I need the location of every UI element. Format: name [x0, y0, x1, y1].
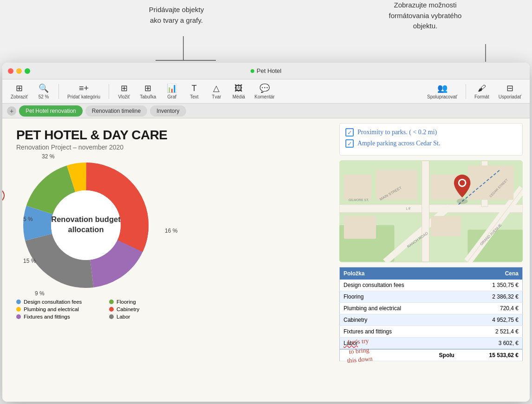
price-flooring: 2 386,32 €: [458, 291, 523, 303]
annotation-left-text: Pridávajte objektyako tvary a grafy.: [130, 5, 223, 26]
shape-icon: △: [213, 83, 220, 93]
titlebar: Pet Hotel: [2, 63, 530, 79]
price-fixtures: 2 521,4 €: [458, 326, 523, 338]
fullscreen-button[interactable]: [25, 68, 30, 74]
add-tab-button[interactable]: +: [7, 106, 16, 116]
annotation-lines-svg: [0, 0, 532, 63]
chart-container: 32 % 5 % 15 % 9 % 16 %: [16, 156, 179, 297]
map-svg: MAIN STREET GILMORE ST. 1 8' GRAND AVENU…: [339, 160, 523, 262]
legend-label-fixtures: Fixtures and fittings: [24, 314, 70, 319]
content-area: PET HOTEL & DAY CARE Renovation Project …: [2, 118, 530, 402]
window-title: Pet Hotel: [251, 67, 281, 74]
item-flooring: Flooring: [340, 291, 458, 303]
text-icon: T: [192, 84, 197, 93]
tabs-bar: + Pet Hotel renovation Renovation timeli…: [2, 104, 530, 118]
organize-button[interactable]: ⊟ Usporiadať: [495, 81, 525, 101]
col-item-header: Položka: [340, 267, 458, 280]
document-panel: PET HOTEL & DAY CARE Renovation Project …: [2, 118, 335, 402]
legend-label-cabinetry: Cabinetry: [117, 306, 139, 312]
add-category-icon: ≡+: [79, 84, 89, 93]
shape-button[interactable]: △ Tvar: [206, 81, 227, 101]
price-labor: 3 602, €: [458, 338, 523, 350]
hw-line1: Proximity to parks. ( < 0.2 mi): [345, 128, 517, 137]
legend-design: Design consultation fees: [16, 299, 100, 305]
view-button[interactable]: ⊞ Zobraziť: [7, 81, 32, 101]
hw-text2: Ample parking across Cedar St.: [357, 140, 440, 147]
media-button[interactable]: 🖼 Médiá: [228, 82, 249, 101]
legend-dot-fixtures: [16, 314, 21, 319]
separator3: [466, 84, 466, 99]
minimize-button[interactable]: [16, 68, 22, 74]
pct-15: 15 %: [23, 258, 36, 264]
donut-center-text2: allocation: [68, 225, 104, 234]
legend-dot-cabinetry: [109, 307, 114, 312]
tab-renovation-timeline[interactable]: Renovation timeline: [85, 105, 147, 117]
collaborate-button[interactable]: 👥 Spolupracovať: [423, 81, 461, 101]
collaborate-icon: 👥: [437, 83, 448, 93]
pct-32: 32 %: [42, 153, 54, 160]
insert-button[interactable]: ⊞ Vložiť: [114, 81, 134, 101]
format-button[interactable]: 🖌 Formát: [471, 82, 493, 101]
svg-rect-18: [344, 216, 376, 239]
tab-pet-hotel-renovation[interactable]: Pet Hotel renovation: [19, 105, 83, 117]
tab-inventory[interactable]: Inventory: [150, 105, 186, 117]
pct-5: 5 %: [23, 216, 33, 222]
pct-9: 9 %: [35, 290, 45, 297]
handwriting-notes: Proximity to parks. ( < 0.2 mi) Ample pa…: [339, 123, 523, 156]
item-fixtures: Fixtures and fittings: [340, 326, 458, 338]
zoom-button[interactable]: 🔍 52 %: [33, 81, 54, 101]
annotation-area: Pridávajte objektyako tvary a grafy. Zob…: [0, 0, 532, 63]
svg-text:1 8': 1 8': [406, 207, 411, 210]
hw-text1: Proximity to parks. ( < 0.2 mi): [357, 129, 437, 136]
add-category-button[interactable]: ≡+ Pridať kategóriu: [64, 82, 104, 101]
organize-icon: ⊟: [506, 83, 513, 93]
legend-cabinetry: Cabinetry: [109, 306, 193, 312]
chart-legend: Design consultation fees Flooring Plumbi…: [16, 299, 193, 319]
table-button[interactable]: ⊞ Tabuľka: [136, 81, 160, 101]
annotation-23-circle: 23 %: [2, 187, 5, 204]
map-container[interactable]: MAIN STREET GILMORE ST. 1 8' GRAND AVENU…: [339, 160, 523, 262]
document-subtitle: Renovation Project – november 2020: [16, 143, 325, 151]
col-price-header: Cena: [458, 267, 523, 280]
price-design: 1 350,75 €: [458, 280, 523, 291]
annotation-right-text: Zobrazujte možnostiformátovania vybratéh…: [374, 0, 476, 32]
legend-dot-plumbing: [16, 307, 21, 312]
media-icon: 🖼: [234, 84, 243, 93]
donut-chart-svg[interactable]: Renovation budget allocation: [16, 156, 156, 295]
svg-text:GILMORE ST.: GILMORE ST.: [349, 198, 369, 202]
svg-rect-8: [339, 204, 523, 213]
item-plumbing: Plumbing and electrical: [340, 303, 458, 314]
legend-labor: Labor: [109, 314, 193, 319]
table-row: Plumbing and electrical 720,4 €: [340, 303, 523, 314]
legend-label-plumbing: Plumbing and electrical: [24, 306, 79, 312]
checkbox1[interactable]: [345, 128, 354, 137]
insert-icon: ⊞: [121, 83, 128, 93]
close-button[interactable]: [8, 68, 13, 74]
pct-16: 16 %: [165, 228, 177, 234]
checkbox2[interactable]: [345, 139, 354, 148]
toolbar: ⊞ Zobraziť 🔍 52 % ≡+ Pridať kategóriu ⊞ …: [2, 79, 530, 104]
legend-dot-labor: [109, 314, 114, 319]
separator2: [109, 84, 109, 99]
comment-button[interactable]: 💬 Komentár: [251, 81, 278, 101]
table-row: Cabinetry 4 952,75 €: [340, 314, 523, 326]
traffic-lights: [2, 68, 30, 74]
comment-icon: 💬: [260, 83, 270, 93]
svg-point-29: [460, 180, 465, 186]
table-row: Flooring 2 386,32 €: [340, 291, 523, 303]
legend-dot-design: [16, 300, 21, 304]
table-icon: ⊞: [144, 83, 151, 93]
svg-rect-14: [344, 175, 371, 200]
title-dot: [251, 69, 254, 73]
svg-rect-12: [422, 161, 429, 261]
zoom-icon: 🔍: [39, 83, 49, 93]
chart-icon: 📊: [167, 83, 177, 93]
svg-point-27: [457, 198, 468, 204]
text-button[interactable]: T Text: [184, 82, 204, 101]
table-row: Design consultation fees 1 350,75 €: [340, 280, 523, 291]
document-header: PET HOTEL & DAY CARE Renovation Project …: [16, 128, 325, 151]
chart-button[interactable]: 📊 Graf: [162, 81, 182, 101]
legend-flooring: Flooring: [109, 299, 193, 305]
item-cabinetry: Cabinetry: [340, 314, 458, 326]
price-cabinetry: 4 952,75 €: [458, 314, 523, 326]
